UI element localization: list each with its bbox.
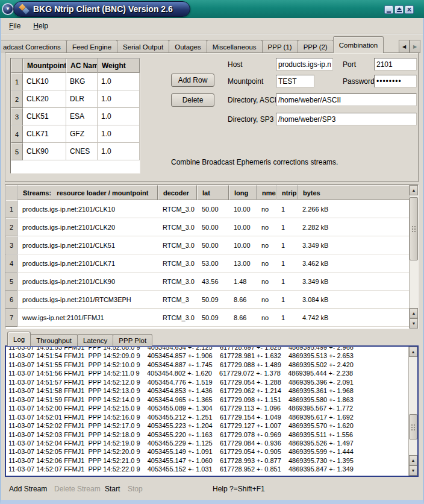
row-number-cell[interactable]: 4 bbox=[5, 254, 17, 272]
cell-decoder[interactable]: RTCM_3.0 bbox=[158, 309, 197, 326]
cell-decoder[interactable]: RTCM_3.0 bbox=[158, 236, 197, 254]
table-row[interactable]: 2CLK20DLR1.0 bbox=[11, 90, 140, 108]
cell-nmea[interactable]: no bbox=[257, 236, 276, 254]
stream-row[interactable]: 5products.igs-ip.net:2101/CLK90RTCM_3.04… bbox=[5, 272, 418, 291]
tab-miscellaneous[interactable]: Miscellaneous bbox=[207, 40, 263, 53]
row-number-cell[interactable]: 5 bbox=[5, 272, 17, 291]
cell-bytes[interactable]: 3.349 kB bbox=[298, 236, 418, 254]
column-header-ac-name[interactable]: AC Name bbox=[66, 58, 98, 73]
corner-cell[interactable] bbox=[11, 58, 23, 73]
tab-scroll-left-button[interactable]: ◀ bbox=[399, 40, 410, 53]
cell-long[interactable]: 13.00 bbox=[229, 254, 257, 272]
close-button[interactable]: × bbox=[405, 5, 414, 14]
cell-nmea[interactable]: no bbox=[257, 218, 276, 236]
tab-adcast-corrections[interactable]: adcast Corrections bbox=[1, 40, 67, 53]
table-row[interactable]: 4CLK71GFZ1.0 bbox=[11, 125, 140, 143]
host-input[interactable] bbox=[276, 58, 333, 71]
maximize-button[interactable] bbox=[394, 5, 404, 14]
window-menu-button[interactable]: ▼ bbox=[2, 3, 14, 15]
cell-decoder[interactable]: RTCM_3.0 bbox=[158, 200, 197, 218]
tab-ppp-1[interactable]: PPP (1) bbox=[262, 40, 298, 53]
cell-resource[interactable]: www.igs-ip.net:2101/FFMJ1 bbox=[17, 309, 158, 326]
column-header-ntrip[interactable]: ntrip bbox=[276, 185, 298, 200]
cell-resource[interactable]: products.igs-ip.net:2101/CLK20 bbox=[17, 218, 158, 236]
stream-row[interactable]: 2products.igs-ip.net:2101/CLK20RTCM_3.05… bbox=[5, 218, 418, 236]
cell-long[interactable]: 10.00 bbox=[229, 236, 257, 254]
cell-resource[interactable]: products.igs-ip.net:2101/CLK51 bbox=[17, 236, 158, 254]
row-number-cell[interactable]: 3 bbox=[5, 236, 17, 254]
table-row[interactable]: 3CLK51ESA1.0 bbox=[11, 108, 140, 125]
row-number-cell[interactable]: 6 bbox=[5, 291, 17, 309]
menu-item-help[interactable]: Help bbox=[33, 22, 48, 30]
cell-lat[interactable]: 43.56 bbox=[197, 272, 229, 290]
cell-nmea[interactable]: no bbox=[257, 272, 276, 290]
scrollbar-thumb[interactable] bbox=[410, 197, 418, 260]
tab-combination[interactable]: Combination bbox=[333, 36, 384, 53]
row-number-cell[interactable]: 1 bbox=[11, 73, 23, 90]
corner-cell[interactable] bbox=[5, 185, 17, 201]
menu-item-file[interactable]: File bbox=[9, 22, 20, 30]
cell-decoder[interactable]: RTCM_3.0 bbox=[158, 254, 197, 272]
cell-mountpoint[interactable]: CLK10 bbox=[23, 73, 66, 90]
cell-lat[interactable]: 50.00 bbox=[197, 200, 229, 218]
cell-mountpoint[interactable]: CLK90 bbox=[23, 143, 66, 160]
row-number-cell[interactable]: 4 bbox=[11, 125, 23, 143]
delete-button[interactable]: Delete bbox=[171, 93, 214, 107]
log-scrollbar[interactable]: ▲ ▲ ▼ bbox=[408, 347, 417, 476]
cell-decoder[interactable]: RTCM_3.0 bbox=[158, 272, 197, 290]
cell-ntrip[interactable]: 1 bbox=[276, 200, 298, 218]
cell-resource[interactable]: products.igs-ip.net:2101/CLK90 bbox=[17, 272, 158, 290]
cell-ntrip[interactable]: 1 bbox=[276, 291, 298, 308]
scrollbar-thumb[interactable] bbox=[409, 414, 417, 439]
tab-ppp-2[interactable]: PPP (2) bbox=[298, 40, 334, 53]
cell-mountpoint[interactable]: CLK20 bbox=[23, 90, 66, 108]
cell-lat[interactable]: 50.00 bbox=[197, 236, 229, 254]
column-header-nmea[interactable]: nmea bbox=[257, 185, 276, 200]
cell-mountpoint[interactable]: CLK51 bbox=[23, 108, 66, 125]
scroll-down-button[interactable]: ▼ bbox=[409, 465, 417, 476]
cell-long[interactable]: 8.66 bbox=[229, 291, 257, 308]
log-view[interactable]: 11-03-07 14:51:53 FFMJ1 PPP 14:52:08.0 9… bbox=[5, 345, 419, 477]
password-input[interactable] bbox=[374, 75, 417, 87]
cell-ntrip[interactable]: 1 bbox=[276, 218, 298, 236]
cell-ntrip[interactable]: 1 bbox=[276, 309, 298, 326]
cell-ac-name[interactable]: DLR bbox=[66, 90, 98, 108]
cell-nmea[interactable]: no bbox=[257, 291, 276, 308]
cell-ntrip[interactable]: 1 bbox=[276, 254, 298, 272]
scroll-down-button[interactable]: ▼ bbox=[410, 318, 418, 329]
cell-resource[interactable]: products.igs-ip.net:2101/CLK10 bbox=[17, 200, 158, 218]
tab-outages[interactable]: Outages bbox=[169, 40, 207, 53]
row-number-cell[interactable]: 2 bbox=[11, 90, 23, 108]
cell-lat[interactable]: 53.00 bbox=[197, 254, 229, 272]
stream-row[interactable]: 6products.igs-ip.net:2101/RTCM3EPHRTCM_3… bbox=[5, 291, 418, 309]
column-header-bytes[interactable]: bytes bbox=[298, 185, 418, 200]
port-input[interactable] bbox=[374, 58, 417, 71]
tab-scroll-right-button[interactable]: ▶ bbox=[410, 40, 420, 53]
tab-throughput[interactable]: Throughput bbox=[30, 334, 78, 346]
row-number-cell[interactable]: 2 bbox=[5, 218, 17, 236]
column-header-lat[interactable]: lat bbox=[197, 185, 229, 200]
cell-ac-name[interactable]: CNES bbox=[66, 143, 98, 160]
cell-ac-name[interactable]: ESA bbox=[66, 108, 98, 125]
cell-lat[interactable]: 50.09 bbox=[197, 291, 229, 308]
table-row[interactable]: 1CLK10BKG1.0 bbox=[11, 73, 140, 90]
cell-weight[interactable]: 1.0 bbox=[98, 73, 140, 90]
combination-table[interactable]: Mountpoint AC Name Weight 1CLK10BKG1.02C… bbox=[10, 58, 140, 174]
cell-long[interactable]: 1.48 bbox=[229, 272, 257, 290]
streams-scrollbar[interactable]: ▲ ▲ ▼ bbox=[409, 185, 418, 329]
cell-bytes[interactable]: 2.282 kB bbox=[298, 218, 418, 236]
row-number-cell[interactable]: 1 bbox=[5, 200, 17, 218]
cell-bytes[interactable]: 3.349 kB bbox=[298, 272, 418, 290]
cell-weight[interactable]: 1.0 bbox=[98, 143, 140, 160]
cell-ntrip[interactable]: 1 bbox=[276, 272, 298, 290]
cell-long[interactable]: 10.00 bbox=[229, 218, 257, 236]
cell-nmea[interactable]: no bbox=[257, 309, 276, 326]
row-number-cell[interactable]: 5 bbox=[11, 143, 23, 160]
start-button[interactable]: Start bbox=[105, 485, 120, 493]
stream-row[interactable]: 7www.igs-ip.net:2101/FFMJ1RTCM_3.050.098… bbox=[5, 309, 418, 327]
column-header-streams[interactable]: Streams: resource loader / mountpoint bbox=[17, 185, 158, 200]
stream-row[interactable]: 3products.igs-ip.net:2101/CLK51RTCM_3.05… bbox=[5, 236, 418, 254]
column-header-weight[interactable]: Weight bbox=[98, 58, 140, 73]
cell-bytes[interactable]: 3.462 kB bbox=[298, 254, 418, 272]
cell-mountpoint[interactable]: CLK71 bbox=[23, 125, 66, 143]
